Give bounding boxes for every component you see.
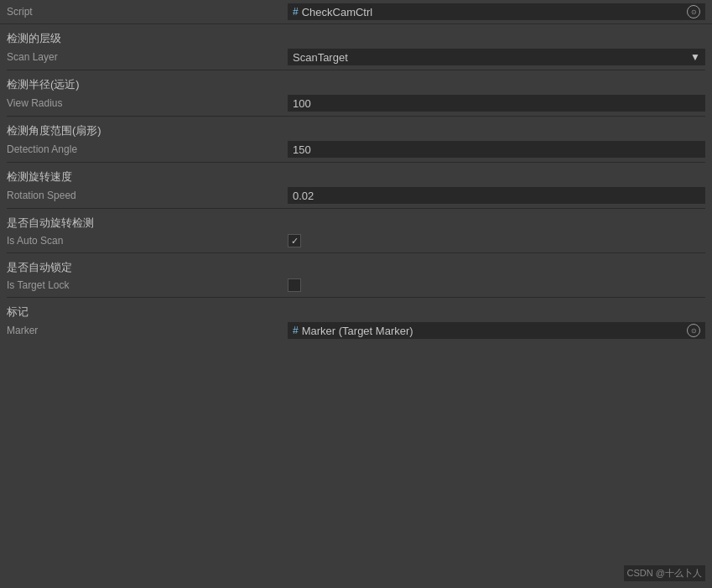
cn-title-detection-angle: 检测角度范围(扇形): [7, 124, 101, 137]
watermark: CSDN @十么卜人: [624, 565, 705, 581]
script-row: Script # CheckCamCtrl ⊙: [0, 0, 712, 24]
cn-label-row-is-target-lock: 是否自动锁定: [0, 255, 712, 275]
script-value-text: CheckCamCtrl: [302, 6, 373, 18]
marker-target-icon[interactable]: ⊙: [687, 324, 700, 337]
inspector-container: Script # CheckCamCtrl ⊙ 检测的层级 Scan Layer…: [0, 0, 712, 343]
is-auto-scan-label: Is Auto Scan: [7, 235, 288, 247]
is-target-lock-checkbox-container: [288, 278, 705, 292]
marker-object-container: # Marker (Target Marker) ⊙: [288, 322, 705, 339]
cn-title-is-auto-scan: 是否自动旋转检测: [7, 216, 94, 229]
scan-layer-dropdown[interactable]: ScanTarget ▼: [288, 49, 705, 65]
cn-title-view-radius: 检测半径(远近): [7, 78, 80, 91]
view-radius-value: [288, 95, 705, 112]
section-rotation-speed: 检测旋转速度 Rotation Speed: [0, 163, 712, 208]
section-detection-angle: 检测角度范围(扇形) Detection Angle: [0, 117, 712, 162]
detection-angle-input[interactable]: [288, 141, 705, 158]
detection-angle-label: Detection Angle: [7, 143, 288, 155]
detection-angle-value: [288, 141, 705, 158]
section-is-target-lock: 是否自动锁定 Is Target Lock: [0, 253, 712, 297]
section-scan-layer: 检测的层级 Scan Layer ScanTarget ▼: [0, 24, 712, 70]
cn-label-row-is-auto-scan: 是否自动旋转检测: [0, 211, 712, 231]
cn-label-row-view-radius: 检测半径(远近): [0, 72, 712, 92]
section-is-auto-scan: 是否自动旋转检测 Is Auto Scan: [0, 209, 712, 252]
cn-title-scan-layer: 检测的层级: [7, 32, 61, 44]
field-row-marker: Marker # Marker (Target Marker) ⊙: [0, 320, 712, 341]
script-target-icon[interactable]: ⊙: [687, 5, 700, 18]
section-marker: 标记 Marker # Marker (Target Marker) ⊙: [0, 298, 712, 343]
script-value-container: # CheckCamCtrl ⊙: [288, 3, 705, 20]
dropdown-arrow-icon: ▼: [690, 51, 700, 63]
scan-layer-value: ScanTarget ▼: [288, 49, 705, 65]
is-target-lock-checkbox[interactable]: [288, 278, 301, 292]
marker-value: # Marker (Target Marker) ⊙: [288, 322, 705, 339]
field-row-scan-layer: Scan Layer ScanTarget ▼: [0, 46, 712, 68]
marker-label: Marker: [7, 325, 288, 336]
cn-label-row-marker: 标记: [0, 299, 712, 320]
cn-title-marker: 标记: [7, 305, 29, 318]
view-radius-label: View Radius: [7, 97, 288, 109]
rotation-speed-input[interactable]: [288, 187, 705, 204]
is-auto-scan-value: [288, 234, 705, 247]
field-row-is-target-lock: Is Target Lock: [0, 275, 712, 295]
cn-label-row-detection-angle: 检测角度范围(扇形): [0, 118, 712, 138]
rotation-speed-label: Rotation Speed: [7, 190, 288, 201]
script-hash-icon: #: [293, 6, 299, 18]
marker-hash-icon: #: [293, 325, 299, 336]
scan-layer-label: Scan Layer: [7, 51, 288, 63]
script-label: Script: [7, 6, 288, 18]
section-view-radius: 检测半径(远近) View Radius: [0, 70, 712, 116]
marker-object-text: Marker (Target Marker): [302, 325, 413, 337]
field-row-detection-angle: Detection Angle: [0, 138, 712, 160]
field-row-is-auto-scan: Is Auto Scan: [0, 231, 712, 251]
field-row-rotation-speed: Rotation Speed: [0, 185, 712, 206]
is-target-lock-value: [288, 278, 705, 292]
is-target-lock-label: Is Target Lock: [7, 279, 288, 291]
rotation-speed-value: [288, 187, 705, 204]
scan-layer-dropdown-text: ScanTarget: [293, 51, 348, 64]
field-row-view-radius: View Radius: [0, 92, 712, 114]
is-auto-scan-checkbox[interactable]: [288, 234, 301, 247]
cn-label-row-rotation-speed: 检测旋转速度: [0, 164, 712, 185]
cn-label-row-scan-layer: 检测的层级: [0, 26, 712, 46]
view-radius-input[interactable]: [288, 95, 705, 112]
cn-title-rotation-speed: 检测旋转速度: [7, 170, 72, 183]
cn-title-is-target-lock: 是否自动锁定: [7, 261, 72, 273]
is-auto-scan-checkbox-container: [288, 234, 705, 247]
